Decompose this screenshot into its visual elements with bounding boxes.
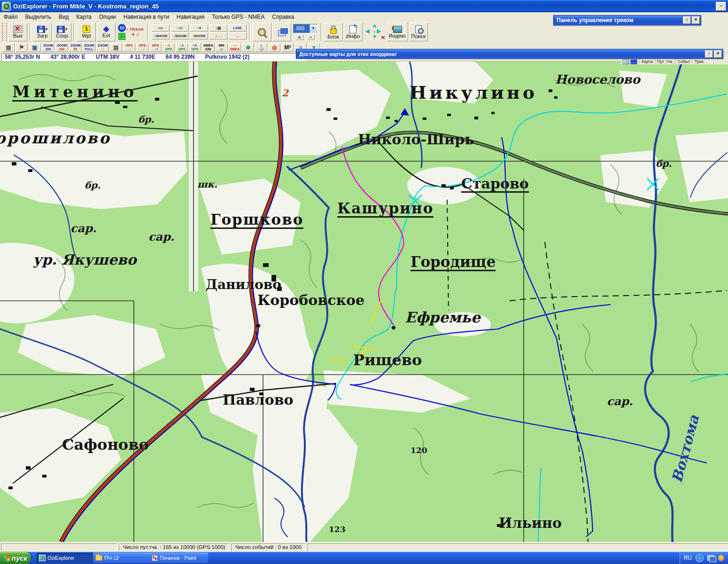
lock-button[interactable]: Блок <box>324 23 343 41</box>
route-download-button[interactable]: ⌐⇓ GPS <box>176 43 188 52</box>
zoom-out-button[interactable]: − <box>307 34 315 40</box>
track-point-icons[interactable]: + ○ <box>132 32 139 37</box>
title-bar[interactable]: OziExplorer - From Mikle_V - Kostroma_re… <box>0 0 728 12</box>
save-label: Сохр <box>56 33 68 39</box>
waypoint-drag-button[interactable]: ▪➔ <box>190 24 208 31</box>
panel-tab-трек[interactable]: Трек <box>692 59 705 64</box>
available-maps-panel-titlebar[interactable]: Доступные карты для этих координат ↕ × <box>296 49 723 59</box>
track-control-panel-titlebar[interactable]: Панель управления треком ↕ × <box>553 15 701 25</box>
zoom-100-button[interactable]: ZOOM 100 <box>55 43 68 52</box>
coordinate-field: 58° 35,253г N 43° 28,900г E UTM 38V 4 11… <box>1 53 306 61</box>
menu-item-карта[interactable]: Карта <box>73 13 95 21</box>
zoom-in-button[interactable]: + <box>296 34 303 40</box>
map-label-6: сар. <box>148 231 174 243</box>
nmea-log-button[interactable]: ⚡ NMEA <box>229 43 241 52</box>
screen-image-button[interactable]: ▣ <box>29 43 41 52</box>
event-count-status: Число событий : 0 из 1000 <box>231 543 306 551</box>
waypoint-button[interactable]: 1 Wpt <box>77 23 96 41</box>
zoom-level-combo[interactable]: 300 ▼ <box>293 24 318 33</box>
menu-item-справка[interactable]: Справка <box>268 13 298 21</box>
track-download-button[interactable]: ≈⇓ GPS <box>189 43 201 52</box>
zoom-200-button[interactable]: ZOOM 200 <box>42 43 54 52</box>
task-pch-12[interactable]: ПЧ-12 <box>93 553 152 563</box>
track-color-icon[interactable]: C <box>118 33 125 40</box>
menu-item-файл[interactable]: Файл <box>0 13 22 21</box>
route-show-button[interactable]: ○SHOW <box>171 32 189 39</box>
gps-upload-track-button[interactable]: GPS →≈ <box>149 43 162 52</box>
mm-scale-button[interactable]: MM ▭ <box>216 43 228 52</box>
exit-button[interactable]: Вых <box>8 23 27 41</box>
distance-button[interactable]: ↔ <box>229 32 247 39</box>
antivirus-tray-icon[interactable] <box>718 555 724 561</box>
separator <box>147 23 149 41</box>
windows-cascade-button[interactable] <box>272 23 291 41</box>
task-pochinok-paint[interactable]: Починок - Paint <box>149 553 208 563</box>
pan-right-icon[interactable]: ▶ <box>377 28 381 34</box>
nmea-sim-button[interactable]: NMEA SIM <box>202 43 215 52</box>
magnifier-button[interactable] <box>253 23 271 41</box>
gps-upload-route-button[interactable]: GPS →⌐ <box>136 43 148 52</box>
route-display-button[interactable]: ○▭ <box>171 24 189 31</box>
close-icon[interactable]: × <box>692 16 700 24</box>
network-tray-icon[interactable] <box>707 555 714 561</box>
zoom-combo-arrow-icon[interactable]: ▼ <box>310 24 317 33</box>
track-display-button[interactable]: ▪▭ <box>152 24 170 31</box>
gps-upload-wpt-button[interactable]: GPS →▪ <box>123 43 135 52</box>
save-button[interactable]: ▾ Сохр <box>53 23 71 41</box>
line-button[interactable]: LINE <box>229 24 247 31</box>
search-button[interactable]: Поиск <box>409 23 428 41</box>
info-button[interactable]: Инфо <box>344 23 363 41</box>
zoom-50-button[interactable]: ZOOM 50 <box>69 43 82 52</box>
panel-tab-карта[interactable]: Карта <box>639 59 655 64</box>
panel-tab-пут-тчк-[interactable]: Пут. тчк. <box>655 59 675 64</box>
zoom-window-button[interactable]: ZOOM □ <box>96 43 109 52</box>
close-icon[interactable]: × <box>714 50 722 58</box>
lifebuoy-button[interactable]: ◎ <box>268 43 280 52</box>
menu-item-опции[interactable]: Опции <box>95 13 120 21</box>
globe-button[interactable]: ⊕ <box>242 43 254 52</box>
save-dropdown-icon[interactable]: ▾ <box>65 27 68 31</box>
pan-left-icon[interactable]: ◀ <box>365 28 370 34</box>
zoom-full-button[interactable]: ZOOM FULL <box>83 43 95 52</box>
menu-item-выделить[interactable]: Выделить <box>22 13 55 21</box>
exit-label: Вых <box>13 33 23 39</box>
m2-button[interactable]: M² <box>281 43 294 52</box>
map-viewport[interactable]: Митениноорошиловобр.бр.бр.сар.сар.сар.ур… <box>0 61 728 542</box>
menu-item-навигация[interactable]: Навигация <box>173 13 208 21</box>
rollup-icon[interactable]: ↕ <box>705 50 713 58</box>
separator <box>249 23 251 41</box>
pan-close-icon[interactable]: ✕ <box>381 35 386 40</box>
map-label-19: Рищево <box>353 352 422 368</box>
task-oziexplorer[interactable]: OziExplorer <box>37 553 95 563</box>
panel-tab-событ[interactable]: Событ <box>675 59 692 64</box>
folder-task-icon <box>95 555 102 561</box>
wpt-download-button[interactable]: ▪⇓ GPS <box>163 43 175 52</box>
print-button[interactable]: ▤ <box>110 43 122 52</box>
index-button[interactable]: Индекс <box>387 23 408 41</box>
map-label-1: орошилово <box>0 131 111 146</box>
anchor-button[interactable]: ⚓ <box>255 43 267 52</box>
track-label[interactable]: TRACK <box>127 27 144 31</box>
track-show-button[interactable]: ~SHOW <box>152 32 170 39</box>
event-button[interactable]: ◆ Evt <box>97 23 116 41</box>
minimize-button[interactable]: – <box>716 2 726 11</box>
menu-item-вид[interactable]: Вид <box>55 13 73 21</box>
map-comment-icon[interactable]: 12 <box>118 24 126 32</box>
event-label: Evt <box>102 33 110 38</box>
map-view-button[interactable]: ▦ <box>2 43 15 52</box>
language-indicator[interactable]: RU <box>684 555 692 561</box>
menu-item-только-gps-nmea[interactable]: Только GPS - NMEA <box>208 13 268 21</box>
wpt-distance-button[interactable]: 1↔ <box>209 32 227 39</box>
wpt-list-button[interactable]: 1▤ <box>209 24 227 31</box>
toolbar-grip[interactable] <box>2 23 7 41</box>
save-small-icon[interactable] <box>630 59 637 64</box>
pan-down-icon[interactable]: ▼ <box>372 34 378 39</box>
tray-chevron-icon[interactable]: ‹ <box>696 554 704 562</box>
waypoint-show-button[interactable]: ▫SHOW <box>190 32 208 39</box>
load-dropdown-icon[interactable]: ▾ <box>46 27 48 31</box>
rollup-icon[interactable]: ↕ <box>683 16 691 24</box>
menu-item-навигация-в-пути[interactable]: Навигация в пути <box>120 13 173 21</box>
load-button[interactable]: ▾ Загр <box>33 23 52 41</box>
map-find-button[interactable]: ⚑ <box>15 43 28 52</box>
map-thumbnail-icon[interactable] <box>622 59 629 64</box>
